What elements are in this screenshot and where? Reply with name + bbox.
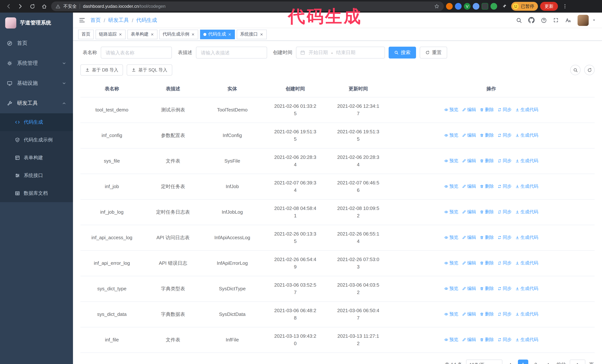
- preview-link[interactable]: 预览: [444, 285, 458, 292]
- sidebar-item-dev-tools[interactable]: 研发工具: [0, 93, 73, 113]
- sync-link[interactable]: 同步: [497, 183, 512, 190]
- sidebar-subitem-codegen-example[interactable]: 代码生成示例: [0, 131, 73, 149]
- forward-icon[interactable]: [16, 1, 25, 11]
- page-size-select[interactable]: 10条/页: [466, 360, 502, 364]
- import-db-button[interactable]: 基于 DB 导入: [80, 64, 123, 75]
- extension-fox-icon[interactable]: [446, 3, 453, 10]
- edit-link[interactable]: 编辑: [462, 157, 476, 165]
- preview-link[interactable]: 预览: [444, 336, 458, 343]
- generate-code-link[interactable]: 生成代码: [515, 183, 538, 190]
- reset-button[interactable]: 重置: [420, 47, 447, 59]
- sync-link[interactable]: 同步: [497, 336, 512, 343]
- tab-system-api[interactable]: 系统接口: [237, 30, 267, 39]
- generate-code-link[interactable]: 生成代码: [515, 157, 538, 165]
- tab-home[interactable]: 首页: [78, 30, 94, 39]
- delete-link[interactable]: 删除: [480, 132, 494, 139]
- help-icon[interactable]: [541, 17, 547, 23]
- preview-link[interactable]: 预览: [444, 260, 458, 267]
- sidebar-subitem-form-builder[interactable]: 表单构建: [0, 149, 73, 167]
- github-icon[interactable]: [528, 17, 535, 23]
- reload-icon[interactable]: [27, 1, 37, 11]
- table-name-input[interactable]: [101, 47, 172, 59]
- generate-code-link[interactable]: 生成代码: [515, 132, 538, 139]
- tab-codegen-example[interactable]: 代码生成示例: [159, 30, 198, 39]
- kebab-menu-icon[interactable]: [560, 1, 570, 11]
- security-label[interactable]: 不安全: [63, 3, 77, 10]
- goto-page-input[interactable]: [570, 360, 585, 364]
- preview-link[interactable]: 预览: [444, 234, 458, 241]
- close-icon[interactable]: [150, 32, 154, 36]
- extension-translate-icon[interactable]: [482, 3, 488, 10]
- preview-link[interactable]: 预览: [444, 106, 458, 114]
- delete-link[interactable]: 删除: [480, 260, 494, 267]
- generate-code-link[interactable]: 生成代码: [515, 285, 538, 292]
- sync-link[interactable]: 同步: [497, 157, 512, 165]
- refresh-table-button[interactable]: [584, 65, 595, 75]
- delete-link[interactable]: 删除: [480, 336, 494, 343]
- delete-link[interactable]: 删除: [480, 208, 494, 216]
- generate-code-link[interactable]: 生成代码: [515, 260, 538, 267]
- extension-leaf-icon[interactable]: [491, 3, 497, 10]
- generate-code-link[interactable]: 生成代码: [515, 106, 538, 114]
- breadcrumb-item[interactable]: 首页: [90, 17, 101, 23]
- sidebar-item-infra[interactable]: 基础设施: [0, 73, 73, 93]
- sync-link[interactable]: 同步: [497, 208, 512, 216]
- extension-drop-icon[interactable]: [455, 3, 462, 10]
- preview-link[interactable]: 预览: [444, 311, 458, 318]
- close-icon[interactable]: [191, 32, 195, 36]
- delete-link[interactable]: 删除: [480, 234, 494, 241]
- preview-link[interactable]: 预览: [444, 132, 458, 139]
- edit-link[interactable]: 编辑: [462, 208, 476, 216]
- profile-paused-badge[interactable]: 已暂停: [511, 2, 538, 11]
- delete-link[interactable]: 删除: [480, 285, 494, 292]
- search-button[interactable]: 搜索: [389, 47, 416, 59]
- delete-link[interactable]: 删除: [480, 157, 494, 165]
- preview-link[interactable]: 预览: [444, 157, 458, 165]
- logo-row[interactable]: 芋道管理系统: [0, 13, 73, 33]
- page-button-2[interactable]: 2: [530, 360, 541, 364]
- close-icon[interactable]: [118, 32, 122, 36]
- back-icon[interactable]: [4, 1, 13, 11]
- delete-link[interactable]: 删除: [480, 183, 494, 190]
- sidebar-subitem-codegen[interactable]: 代码生成: [0, 113, 73, 131]
- prev-page-button[interactable]: [506, 360, 514, 364]
- breadcrumb-item[interactable]: 代码生成: [136, 17, 157, 23]
- sidebar-subitem-db-doc[interactable]: 数据库文档: [0, 184, 73, 202]
- breadcrumb-item[interactable]: 研发工具: [108, 17, 129, 23]
- close-icon[interactable]: [228, 32, 232, 36]
- font-size-icon[interactable]: [565, 17, 571, 23]
- edit-link[interactable]: 编辑: [462, 183, 476, 190]
- edit-link[interactable]: 编辑: [462, 106, 476, 114]
- edit-link[interactable]: 编辑: [462, 234, 476, 241]
- hamburger-icon[interactable]: [79, 17, 85, 23]
- extension-users-icon[interactable]: [473, 3, 479, 10]
- user-avatar[interactable]: [578, 15, 589, 26]
- generate-code-link[interactable]: 生成代码: [515, 336, 538, 343]
- sync-link[interactable]: 同步: [497, 106, 512, 114]
- tab-tracing[interactable]: 链路追踪: [96, 30, 126, 39]
- generate-code-link[interactable]: 生成代码: [515, 311, 538, 318]
- edit-link[interactable]: 编辑: [462, 285, 476, 292]
- edit-link[interactable]: 编辑: [462, 132, 476, 139]
- sync-link[interactable]: 同步: [497, 260, 512, 267]
- update-button[interactable]: 更新: [540, 2, 558, 11]
- delete-link[interactable]: 删除: [480, 311, 494, 318]
- tab-codegen[interactable]: 代码生成: [200, 30, 235, 39]
- sync-link[interactable]: 同步: [497, 132, 512, 139]
- preview-link[interactable]: 预览: [444, 183, 458, 190]
- sidebar-subitem-system-api[interactable]: 系统接口: [0, 167, 73, 184]
- preview-link[interactable]: 预览: [444, 208, 458, 216]
- home-icon[interactable]: [39, 1, 49, 11]
- bookmark-star-icon[interactable]: [434, 4, 439, 9]
- delete-link[interactable]: 删除: [480, 106, 494, 114]
- fullscreen-icon[interactable]: [553, 17, 559, 23]
- generate-code-link[interactable]: 生成代码: [515, 234, 538, 241]
- sync-link[interactable]: 同步: [497, 311, 512, 318]
- generate-code-link[interactable]: 生成代码: [515, 208, 538, 216]
- date-range-picker[interactable]: 开始日期 - 结束日期: [296, 47, 385, 59]
- address-bar[interactable]: 不安全 dashboard.yudao.iocoder.cn/tool/code…: [51, 1, 444, 11]
- sync-link[interactable]: 同步: [497, 234, 512, 241]
- next-page-button[interactable]: [545, 360, 553, 364]
- caret-down-icon[interactable]: [592, 18, 596, 22]
- sync-link[interactable]: 同步: [497, 285, 512, 292]
